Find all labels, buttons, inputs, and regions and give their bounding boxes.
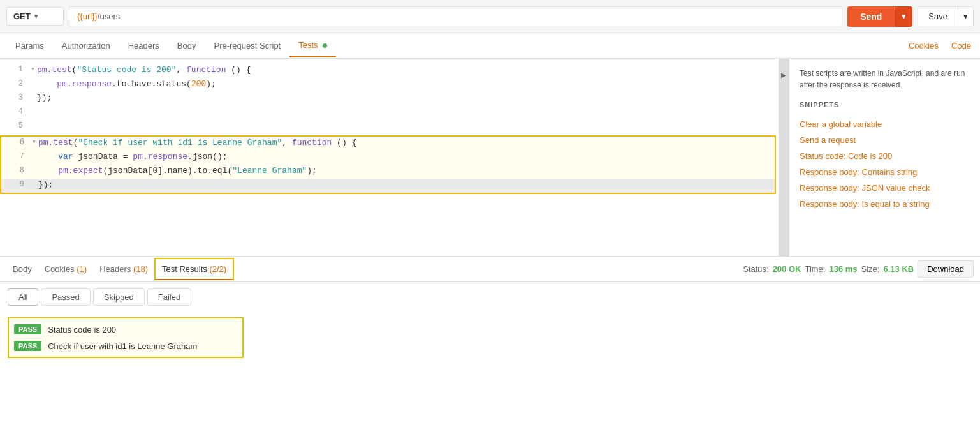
url-path-part: /users — [98, 11, 120, 21]
snippet-send-request[interactable]: Send a request — [800, 132, 970, 148]
filter-passed[interactable]: Passed — [41, 288, 90, 306]
test-results-box: PASS Status code is 200 PASS Check if us… — [8, 317, 244, 358]
fold-icon-1: ▾ — [31, 64, 37, 75]
send-dropdown-button[interactable]: ▾ — [895, 6, 912, 27]
status-label: Status: — [743, 264, 768, 274]
filter-failed[interactable]: Failed — [147, 288, 191, 306]
snippet-body-equal-string[interactable]: Response body: Is equal to a string — [800, 196, 970, 212]
tests-active-dot — [323, 43, 327, 48]
pass-badge-1: PASS — [14, 324, 41, 334]
method-selector[interactable]: GET ▾ — [6, 7, 64, 26]
tab-body[interactable]: Body — [168, 34, 205, 57]
send-button-group: Send ▾ — [847, 6, 912, 27]
code-editor[interactable]: 1 ▾ pm.test("Status code is 200", functi… — [0, 59, 779, 256]
highlighted-code-block: 6 ▾ pm.test("Check if user with id1 is L… — [0, 135, 776, 194]
tab-right-links: Cookies Code — [906, 34, 974, 57]
snippet-clear-global[interactable]: Clear a global variable — [800, 116, 970, 132]
snippets-sidebar: Test scripts are written in JavaScript, … — [789, 59, 980, 256]
cookies-link[interactable]: Cookies — [906, 34, 941, 57]
snippet-body-contains[interactable]: Response body: Contains string — [800, 164, 970, 180]
snippets-header: SNIPPETS — [800, 101, 970, 108]
size-label: Size: — [861, 264, 880, 274]
code-line-2: 2 pm.response.to.have.status(200); — [0, 78, 779, 92]
filter-skipped[interactable]: Skipped — [93, 288, 145, 306]
test-result-text-1: Status code is 200 — [48, 325, 116, 334]
sidebar-toggle-icon: ▶ — [781, 71, 786, 79]
snippets-info: Test scripts are written in JavaScript, … — [800, 68, 970, 91]
method-label: GET — [13, 11, 31, 21]
url-template-part: {{url}} — [77, 11, 98, 21]
response-tabs: Body Cookies (1) Headers (18) Test Resul… — [0, 257, 980, 282]
resp-tab-headers[interactable]: Headers (18) — [93, 258, 154, 280]
code-line-6: 6 ▾ pm.test("Check if user with id1 is L… — [1, 137, 775, 151]
code-line-4: 4 — [0, 106, 779, 120]
fold-icon-6: ▾ — [32, 137, 38, 148]
tab-headers[interactable]: Headers — [119, 34, 168, 57]
resp-tab-test-results[interactable]: Test Results (2/2) — [154, 258, 234, 280]
tab-pre-request-script[interactable]: Pre-request Script — [205, 34, 289, 57]
status-value: 200 OK — [773, 264, 801, 274]
test-results-list: PASS Status code is 200 PASS Check if us… — [0, 312, 980, 363]
snippets-area: ▶ Test scripts are written in JavaScript… — [779, 59, 980, 256]
tab-authorization[interactable]: Authorization — [53, 34, 119, 57]
time-value: 136 ms — [829, 264, 857, 274]
filter-tabs: All Passed Skipped Failed — [0, 282, 980, 312]
tab-params[interactable]: Params — [6, 34, 53, 57]
filter-all[interactable]: All — [8, 288, 38, 306]
snippet-json-value-check[interactable]: Response body: JSON value check — [800, 180, 970, 196]
test-result-text-2: Check if user with id1 is Leanne Graham — [48, 341, 197, 351]
download-button[interactable]: Download — [918, 260, 974, 278]
resp-tab-body[interactable]: Body — [6, 258, 38, 280]
sidebar-toggle-button[interactable]: ▶ — [779, 59, 789, 256]
url-bar[interactable]: {{url}} /users — [69, 6, 842, 26]
code-line-3: 3 }); — [0, 92, 779, 106]
test-result-item-2: PASS Check if user with id1 is Leanne Gr… — [14, 338, 237, 354]
request-tabs: Params Authorization Headers Body Pre-re… — [0, 33, 980, 59]
main-editor-area: 1 ▾ pm.test("Status code is 200", functi… — [0, 59, 980, 257]
top-bar: GET ▾ {{url}} /users Send ▾ Save ▾ — [0, 0, 980, 33]
pass-badge-2: PASS — [14, 341, 41, 351]
code-line-8: 8 pm.expect(jsonData[0].name).to.eql("Le… — [1, 165, 775, 179]
tab-tests[interactable]: Tests — [289, 34, 336, 57]
code-line-9: 9 }); — [1, 179, 775, 193]
code-line-7: 7 var jsonData = pm.response.json(); — [1, 151, 775, 165]
code-link[interactable]: Code — [949, 34, 974, 57]
code-line-5: 5 — [0, 120, 779, 134]
response-area: Body Cookies (1) Headers (18) Test Resul… — [0, 257, 980, 363]
save-button-group: Save ▾ — [918, 6, 974, 26]
send-button[interactable]: Send — [847, 6, 895, 27]
response-meta: Status: 200 OK Time: 136 ms Size: 6.13 K… — [743, 260, 974, 278]
size-value: 6.13 KB — [883, 264, 914, 274]
test-result-item-1: PASS Status code is 200 — [14, 321, 237, 338]
save-dropdown-button[interactable]: ▾ — [958, 7, 973, 26]
snippet-status-code[interactable]: Status code: Code is 200 — [800, 148, 970, 164]
resp-tab-cookies[interactable]: Cookies (1) — [38, 258, 93, 280]
code-line-1: 1 ▾ pm.test("Status code is 200", functi… — [0, 64, 779, 78]
method-chevron-icon: ▾ — [34, 13, 38, 20]
time-label: Time: — [805, 264, 825, 274]
save-button[interactable]: Save — [918, 7, 958, 26]
